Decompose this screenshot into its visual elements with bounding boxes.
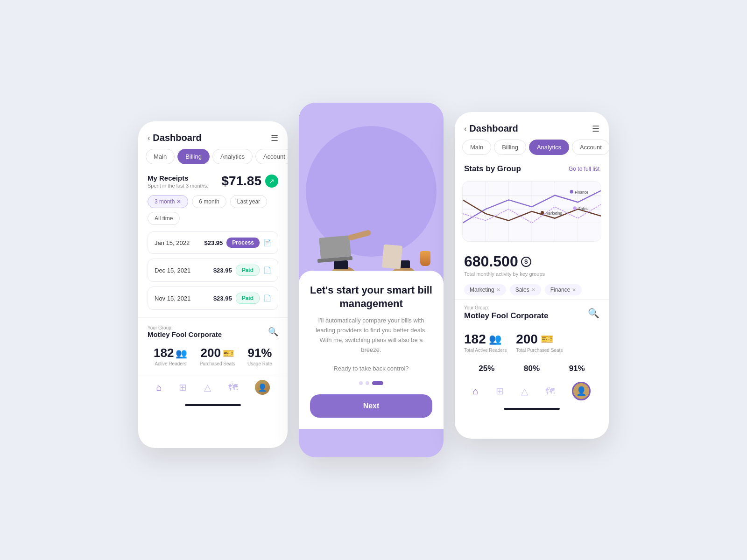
chart-sublabel: Total monthly activity by key groups [464, 271, 599, 277]
dollar-icon: S [521, 257, 531, 267]
receipts-label: My Receipts [148, 174, 208, 182]
stats-title: Stats by Group [464, 164, 521, 174]
onboarding-cta: Ready to take back control? [310, 364, 432, 374]
p1-header: ‹ Dashboard ☰ [138, 121, 288, 149]
p3-home-indicator [504, 408, 560, 410]
doc-icon: 📄 [263, 266, 271, 274]
avatar[interactable]: 👤 [255, 380, 270, 395]
p3-bell-icon[interactable]: △ [521, 385, 528, 397]
p3-readers-label: Total Active Readers [464, 348, 507, 353]
receipts-sublabel: Spent in the last 3 months: [148, 183, 208, 189]
p3-seats-icon: 🎫 [541, 333, 553, 345]
group-label: Your Group: [148, 325, 222, 330]
filter-alltime[interactable]: All time [148, 212, 180, 225]
stats-row: 182 👥 Active Readers 200 🎫 Purchased Sea… [138, 338, 288, 374]
receipt-price: $23.95 [204, 239, 223, 246]
pct-item-2: 80% [524, 364, 540, 373]
home-nav-icon[interactable]: ⌂ [156, 382, 162, 393]
status-badge-paid: Paid [236, 265, 260, 276]
map-nav-icon[interactable]: 🗺 [228, 382, 238, 393]
status-badge-process: Process [226, 238, 260, 248]
tab-billing[interactable]: Billing [177, 149, 210, 164]
p3-group-name: Motley Fool Corporate [464, 311, 548, 321]
receipt-date: Nov 15, 2021 [155, 295, 190, 302]
p3-bottom-nav: ⌂ ⊞ △ 🗺 👤 [455, 377, 609, 404]
tab-main[interactable]: Main [146, 149, 175, 164]
table-nav-icon[interactable]: ⊞ [179, 382, 187, 393]
back-icon[interactable]: ‹ [148, 134, 150, 142]
receipt-date: Jan 15, 2022 [155, 239, 190, 246]
onboarding-heading: Let's start your smart bill management [310, 284, 432, 310]
p3-tab-bar: Main Billing Analytics Account [455, 140, 609, 162]
p3-percentages: 25% 80% 91% [455, 358, 609, 373]
p3-back-icon[interactable]: ‹ [464, 125, 466, 133]
stat-lbl-usage: Usage Rate [247, 361, 272, 366]
onboarding-desc: I'll automatically compare your bills wi… [310, 316, 432, 355]
seats-icon: 🎫 [223, 348, 234, 359]
p3-avatar[interactable]: 👤 [572, 382, 591, 400]
receipt-price: $23.95 [213, 295, 232, 302]
svg-text:Marketing: Marketing [546, 211, 563, 216]
filter-6month[interactable]: 6 month [192, 195, 226, 208]
chart-total: 680.500 S [464, 253, 599, 270]
svg-point-12 [573, 206, 577, 210]
phone-analytics: ‹ Dashboard ☰ Main Billing Analytics Acc… [455, 112, 609, 439]
home-indicator [185, 404, 241, 406]
svg-point-10 [541, 211, 544, 215]
next-button[interactable]: Next [310, 394, 432, 418]
receipt-date: Dec 15, 2021 [155, 267, 190, 274]
p3-stat-seats: 200 🎫 Total Purchased Seats [516, 332, 563, 353]
chart-stats: 680.500 S Total monthly activity by key … [455, 245, 609, 280]
receipts-section: My Receipts Spent in the last 3 months: … [138, 174, 288, 310]
pct-item-1: 25% [479, 364, 494, 373]
filter-row: 3 month ✕ 6 month Last year All time [148, 195, 278, 225]
p3-map-icon[interactable]: 🗺 [545, 386, 555, 397]
group-name: Motley Fool Corporate [148, 330, 222, 338]
p3-search-icon[interactable]: 🔍 [588, 308, 599, 319]
illustration [299, 103, 444, 280]
group-section: Your Group: Motley Fool Corporate 🔍 [138, 317, 288, 338]
pct-1: 25% [479, 364, 494, 373]
tab-analytics[interactable]: Analytics [212, 149, 253, 164]
receipt-row: Jan 15, 2022 $23.95 Process 📄 [148, 231, 278, 254]
dots-row [310, 381, 432, 385]
p3-menu-icon[interactable]: ☰ [592, 124, 599, 134]
tag-finance-remove[interactable]: ✕ [572, 287, 576, 293]
receipt-row: Dec 15, 2021 $23.95 Paid 📄 [148, 259, 278, 282]
p3-tab-billing[interactable]: Billing [494, 140, 526, 155]
tag-marketing-remove[interactable]: ✕ [496, 287, 500, 293]
pct-3: 91% [569, 364, 585, 373]
filter-lastyear[interactable]: Last year [230, 195, 267, 208]
bell-nav-icon[interactable]: △ [204, 382, 211, 393]
stat-num-usage: 91% [247, 346, 272, 360]
dot-1 [359, 381, 363, 385]
p3-stats-row: 182 👥 Total Active Readers 200 🎫 Total P… [455, 326, 609, 358]
pct-item-3: 91% [569, 364, 585, 373]
p1-title: Dashboard [153, 133, 201, 143]
tab-account[interactable]: Account [255, 149, 288, 164]
p3-table-icon[interactable]: ⊞ [496, 385, 504, 397]
search-group-icon[interactable]: 🔍 [268, 327, 278, 337]
filter-3month[interactable]: 3 month ✕ [148, 195, 188, 208]
receipts-amount: $71.85 [221, 174, 261, 189]
p2-content: Let's start your smart bill management I… [299, 271, 444, 429]
tag-marketing: Marketing ✕ [464, 284, 506, 295]
menu-icon[interactable]: ☰ [271, 133, 278, 143]
svg-text:Sales: Sales [578, 206, 588, 211]
p3-tab-account[interactable]: Account [572, 140, 609, 155]
p3-header: ‹ Dashboard ☰ [455, 112, 609, 140]
doc-icon: 📄 [263, 239, 271, 246]
p3-group-section: Your Group: Motley Fool Corporate 🔍 [455, 299, 609, 326]
stat-purchased-seats: 200 🎫 Purchased Seats [200, 346, 235, 366]
p3-tab-main[interactable]: Main [462, 140, 491, 155]
dot-3-active [372, 381, 383, 385]
amount-up-icon: ↗ [265, 175, 278, 188]
p3-tab-analytics[interactable]: Analytics [529, 140, 569, 155]
receipt-price: $23.95 [213, 267, 232, 274]
p3-home-icon[interactable]: ⌂ [473, 386, 479, 397]
tag-sales-remove[interactable]: ✕ [531, 287, 536, 293]
pct-2: 80% [524, 364, 540, 373]
stat-active-readers: 182 👥 Active Readers [154, 346, 187, 366]
go-to-full-list[interactable]: Go to full list [569, 166, 599, 172]
phone-onboarding: Let's start your smart bill management I… [299, 103, 444, 457]
